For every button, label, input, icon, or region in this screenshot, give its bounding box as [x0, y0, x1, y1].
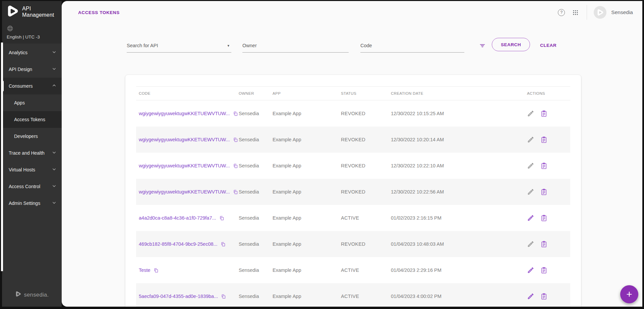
creation-date-cell: 12/30/2022 10:22:56 AM — [391, 189, 527, 195]
token-code-link[interactable]: wgiygewiygyuwektugwKKETUEWVTUW... — [139, 189, 230, 195]
filter-button[interactable] — [479, 42, 486, 49]
copy-icon[interactable] — [221, 294, 226, 299]
sidebar-item-trace-and-health[interactable]: Trace and Health — [2, 145, 62, 161]
table-row: Teste Sensedia Example App ACTIVE 01/04/… — [136, 257, 570, 283]
sidebar-nav: Analytics API Design Consumers Apps — [2, 44, 62, 291]
owner-input[interactable] — [242, 43, 349, 53]
actions-cell — [527, 214, 570, 222]
apps-grid-button[interactable] — [572, 9, 579, 16]
code-input[interactable] — [360, 43, 464, 53]
token-code-link[interactable]: wgiygewiygyuwektugwKKETUEWVTUW... — [139, 137, 230, 142]
language-selector[interactable]: English | UTC -3 — [2, 22, 62, 44]
sidebar-item-apps[interactable]: Apps — [2, 94, 62, 111]
access-tokens-card: CODE OWNER APP STATUS CREATION DATE ACTI… — [125, 75, 581, 307]
chevron-down-icon — [52, 150, 56, 156]
status-cell: ACTIVE — [341, 294, 391, 299]
status-cell: REVOKED — [341, 111, 391, 116]
sidebar-item-access-tokens[interactable]: Access Tokens — [2, 111, 62, 128]
edit-icon[interactable] — [527, 266, 534, 274]
edit-icon[interactable] — [527, 110, 534, 117]
avatar-logo-icon — [596, 8, 604, 16]
chevron-down-icon — [52, 67, 56, 72]
app-cell: Example App — [273, 189, 341, 195]
clipboard-icon[interactable] — [540, 267, 547, 274]
sidebar-item-admin-settings[interactable]: Admin Settings — [2, 195, 62, 212]
creation-date-cell: 12/30/2022 10:20:14 AM — [391, 137, 527, 142]
edit-icon[interactable] — [527, 136, 534, 143]
token-code-link[interactable]: 5aecfa09-047d-4355-ad0e-1839ba... — [139, 294, 218, 299]
copy-icon[interactable] — [233, 163, 238, 168]
status-cell: REVOKED — [341, 137, 391, 142]
edit-icon[interactable] — [527, 214, 534, 222]
logo-title: API Management — [22, 5, 54, 18]
top-bar: ACCESS TOKENS ? — [62, 1, 642, 24]
sidebar-item-analytics[interactable]: Analytics — [2, 44, 62, 61]
copy-icon[interactable] — [233, 137, 238, 142]
api-select-placeholder: Search for API — [127, 43, 158, 48]
question-mark-glyph: ? — [561, 10, 563, 15]
token-code-link[interactable]: Teste — [139, 267, 151, 273]
edit-icon[interactable] — [527, 162, 534, 169]
status-cell: ACTIVE — [341, 215, 391, 221]
play-logo-icon — [5, 4, 19, 19]
sidebar-item-label: Developers — [14, 134, 38, 139]
user-menu[interactable]: Sensedia — [594, 6, 633, 19]
owner-cell: Sensedia — [239, 215, 273, 221]
clipboard-icon[interactable] — [540, 293, 547, 300]
copy-icon[interactable] — [219, 216, 224, 221]
token-code-link[interactable]: a4a2d0ca-c8a8-4c36-a1f0-729fa7... — [139, 215, 216, 221]
token-code-link[interactable]: wgiygewiygyuwektugwKKETUEWVTUW... — [139, 111, 230, 116]
sidebar-item-developers[interactable]: Developers — [2, 128, 62, 145]
top-bar-actions: ? Sens — [558, 5, 633, 20]
sidebar-scrollbar[interactable] — [1, 43, 3, 271]
copy-icon[interactable] — [221, 242, 226, 247]
status-cell: REVOKED — [341, 189, 391, 195]
help-button[interactable]: ? — [558, 9, 565, 16]
owner-cell: Sensedia — [239, 111, 273, 116]
sidebar-item-api-design[interactable]: API Design — [2, 61, 62, 78]
vertical-divider — [587, 5, 587, 20]
table-row: a4a2d0ca-c8a8-4c36-a1f0-729fa7... Sensed… — [136, 205, 570, 231]
code-cell: 469cb182-85f8-4704-9bc9-25ec08... — [139, 241, 239, 247]
app-cell: Example App — [273, 215, 341, 221]
clipboard-icon[interactable] — [540, 110, 547, 117]
clear-button[interactable]: CLEAR — [540, 43, 557, 48]
api-management-logo[interactable]: API Management — [2, 1, 62, 22]
actions-cell — [527, 162, 570, 169]
edit-icon[interactable] — [527, 188, 534, 196]
language-label: English | UTC -3 — [7, 34, 62, 40]
clipboard-icon[interactable] — [540, 136, 547, 143]
actions-cell — [527, 188, 570, 196]
sidebar-item-label: Apps — [14, 100, 25, 105]
table-header: CODE OWNER APP STATUS CREATION DATE ACTI… — [136, 86, 570, 100]
copy-icon[interactable] — [154, 268, 159, 273]
app-cell: Example App — [273, 111, 341, 116]
actions-cell — [527, 136, 570, 143]
edit-icon[interactable] — [527, 240, 534, 248]
column-header-creation-date: CREATION DATE — [391, 91, 527, 95]
clipboard-icon[interactable] — [540, 215, 547, 222]
token-code-link[interactable]: 469cb182-85f8-4704-9bc9-25ec08... — [139, 241, 218, 247]
owner-cell: Sensedia — [239, 189, 273, 195]
filter-bar: Search for API ▾ SEARCH CLEAR — [62, 34, 642, 53]
avatar — [594, 6, 606, 19]
chevron-down-icon — [52, 50, 56, 55]
sidebar-item-access-control[interactable]: Access Control — [2, 178, 62, 195]
search-button[interactable]: SEARCH — [492, 38, 530, 51]
sidebar-item-virtual-hosts[interactable]: Virtual Hosts — [2, 161, 62, 178]
sidebar-item-consumers[interactable]: Consumers — [2, 78, 62, 94]
sidebar-item-label: Admin Settings — [9, 201, 40, 206]
api-select[interactable]: Search for API ▾ — [127, 43, 231, 53]
app-cell: Example App — [273, 241, 341, 247]
add-token-fab[interactable]: + — [620, 285, 638, 303]
code-cell: a4a2d0ca-c8a8-4c36-a1f0-729fa7... — [139, 215, 239, 221]
sidebar-item-label: API Design — [9, 67, 32, 72]
edit-icon[interactable] — [527, 293, 534, 300]
clipboard-icon[interactable] — [540, 241, 547, 248]
copy-icon[interactable] — [233, 111, 238, 116]
copy-icon[interactable] — [233, 189, 238, 195]
clipboard-icon[interactable] — [540, 188, 547, 196]
clipboard-icon[interactable] — [540, 162, 547, 169]
token-code-link[interactable]: wgiygewiygyuwektugwKKETUEWVTUW... — [139, 163, 230, 168]
chevron-down-icon — [52, 167, 56, 172]
